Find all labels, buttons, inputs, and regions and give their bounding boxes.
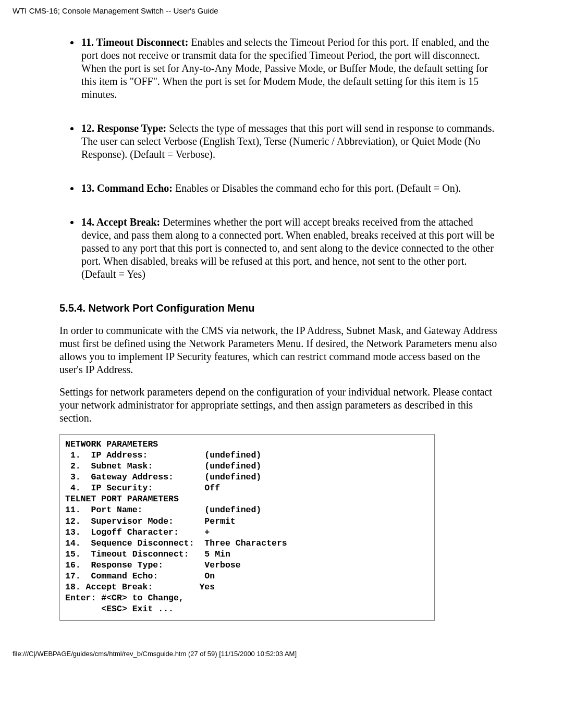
terminal-line: 13. Logoff Character: + (65, 527, 429, 538)
terminal-line: 14. Sequence Disconnect: Three Character… (65, 538, 429, 549)
item-title: 14. Accept Break: (81, 216, 160, 228)
item-title: 12. Response Type: (81, 122, 166, 134)
terminal-box: NETWORK PARAMETERS 1. IP Address: (undef… (59, 434, 435, 621)
terminal-line: NETWORK PARAMETERS (65, 439, 429, 450)
terminal-line: 15. Timeout Disconnect: 5 Min (65, 549, 429, 560)
list-item: 11. Timeout Disconnect: Enables and sele… (80, 36, 504, 101)
terminal-line: 16. Response Type: Verbose (65, 560, 429, 571)
section-paragraph: Settings for network parameters depend o… (59, 386, 504, 425)
terminal-line: 17. Command Echo: On (65, 571, 429, 582)
terminal-line: 2. Subnet Mask: (undefined) (65, 461, 429, 472)
terminal-line: 4. IP Security: Off (65, 483, 429, 493)
item-title: 13. Command Echo: (81, 182, 173, 194)
main-content: 11. Timeout Disconnect: Enables and sele… (13, 17, 550, 621)
terminal-line: 11. Port Name: (undefined) (65, 504, 429, 515)
terminal-line: TELNET PORT PARAMETERS (65, 493, 429, 504)
section-paragraph: In order to communicate with the CMS via… (59, 324, 504, 376)
list-item: 12. Response Type: Selects the type of m… (80, 122, 504, 161)
page-header: WTI CMS-16; Console Management Switch --… (13, 6, 550, 17)
list-item: 13. Command Echo: Enables or Disables th… (80, 182, 504, 195)
terminal-line: 18. Accept Break: Yes (65, 582, 429, 593)
terminal-line: 3. Gateway Address: (undefined) (65, 472, 429, 483)
item-body: Enables or Disables the command echo for… (175, 182, 461, 194)
list-item: 14. Accept Break: Determines whether the… (80, 216, 504, 281)
section-heading: 5.5.4. Network Port Configuration Menu (59, 302, 504, 315)
terminal-line: 12. Supervisor Mode: Permit (65, 516, 429, 527)
page-footer: file:///C|/WEBPAGE/guides/cms/html/rev_b… (13, 621, 550, 658)
terminal-line: Enter: #<CR> to Change, (65, 593, 429, 603)
terminal-line: 1. IP Address: (undefined) (65, 450, 429, 461)
terminal-line: <ESC> Exit ... (65, 603, 429, 614)
item-title: 11. Timeout Disconnect: (81, 36, 188, 48)
